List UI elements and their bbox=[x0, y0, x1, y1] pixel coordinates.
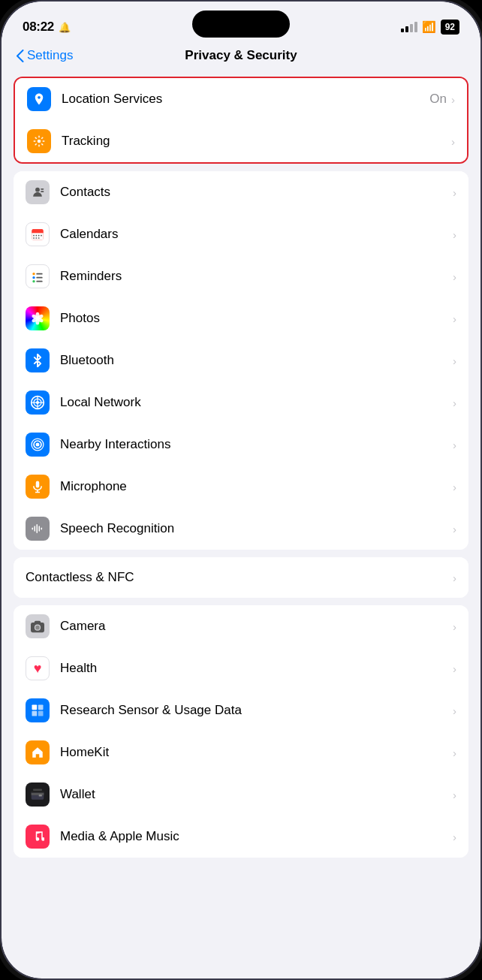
media-section: Camera › ♥ Health › bbox=[14, 605, 468, 858]
speech-recognition-icon bbox=[26, 517, 50, 541]
svg-rect-47 bbox=[32, 705, 38, 710]
media-apple-music-item[interactable]: Media & Apple Music › bbox=[14, 816, 468, 858]
location-services-item[interactable]: Location Services On › bbox=[15, 78, 467, 120]
chevron-icon: › bbox=[453, 571, 456, 584]
photos-icon bbox=[26, 306, 50, 330]
speech-recognition-item[interactable]: Speech Recognition › bbox=[14, 508, 468, 550]
bluetooth-item[interactable]: Bluetooth › bbox=[14, 339, 468, 381]
tracking-icon bbox=[27, 129, 51, 153]
nearby-interactions-item[interactable]: Nearby Interactions › bbox=[14, 424, 468, 466]
svg-rect-48 bbox=[38, 705, 44, 710]
contacts-label: Contacts bbox=[60, 185, 453, 200]
bluetooth-icon bbox=[26, 348, 50, 372]
svg-rect-6 bbox=[32, 232, 44, 234]
location-services-label: Location Services bbox=[62, 92, 429, 107]
bluetooth-label: Bluetooth bbox=[60, 353, 453, 368]
homekit-item[interactable]: HomeKit › bbox=[14, 731, 468, 773]
health-item[interactable]: ♥ Health › bbox=[14, 647, 468, 689]
permissions-section: Contacts › bbox=[14, 171, 468, 550]
svg-rect-14 bbox=[38, 237, 40, 239]
local-network-item[interactable]: Local Network › bbox=[14, 381, 468, 424]
svg-point-19 bbox=[32, 280, 35, 282]
svg-rect-53 bbox=[39, 795, 42, 797]
location-services-icon bbox=[27, 87, 51, 111]
nearby-interactions-icon bbox=[26, 433, 50, 457]
svg-rect-40 bbox=[37, 524, 38, 533]
svg-rect-13 bbox=[36, 237, 38, 239]
location-services-value: On bbox=[429, 92, 447, 107]
microphone-label: Microphone bbox=[60, 479, 453, 494]
wallet-icon bbox=[26, 782, 50, 807]
chevron-icon: › bbox=[451, 135, 455, 148]
svg-point-32 bbox=[36, 443, 40, 447]
svg-rect-46 bbox=[35, 621, 41, 623]
svg-rect-11 bbox=[41, 235, 42, 237]
location-section: Location Services On › Tracking › bbox=[14, 77, 468, 164]
wallet-label: Wallet bbox=[60, 787, 453, 802]
bell-icon: 🔔 bbox=[59, 22, 71, 33]
homekit-label: HomeKit bbox=[60, 745, 453, 760]
contactless-nfc-item[interactable]: Contactless & NFC › bbox=[14, 557, 468, 598]
reminders-item[interactable]: Reminders › bbox=[14, 255, 468, 297]
chevron-icon: › bbox=[453, 831, 456, 843]
health-label: Health bbox=[60, 661, 453, 676]
media-apple-music-label: Media & Apple Music bbox=[60, 829, 453, 844]
battery-indicator: 92 bbox=[441, 20, 459, 35]
contacts-item[interactable]: Contacts › bbox=[14, 171, 468, 213]
battery-level: 92 bbox=[445, 22, 455, 32]
chevron-icon: › bbox=[453, 789, 456, 801]
svg-rect-39 bbox=[35, 526, 36, 532]
contacts-icon bbox=[26, 180, 50, 204]
health-icon: ♥ bbox=[26, 656, 50, 680]
microphone-item[interactable]: Microphone › bbox=[14, 466, 468, 508]
back-label: Settings bbox=[27, 48, 73, 63]
svg-rect-12 bbox=[33, 237, 35, 239]
local-network-icon bbox=[26, 390, 50, 415]
chevron-icon: › bbox=[453, 523, 456, 535]
microphone-icon bbox=[26, 475, 50, 499]
svg-rect-16 bbox=[36, 273, 42, 275]
svg-rect-52 bbox=[32, 793, 44, 795]
chevron-icon: › bbox=[453, 704, 456, 717]
chevron-icon: › bbox=[453, 397, 456, 409]
svg-rect-18 bbox=[36, 277, 42, 279]
chevron-icon: › bbox=[453, 312, 456, 325]
local-network-label: Local Network bbox=[60, 395, 453, 410]
research-sensor-label: Research Sensor & Usage Data bbox=[60, 703, 453, 718]
chevron-icon: › bbox=[453, 439, 456, 451]
calendars-item[interactable]: Calendars › bbox=[14, 213, 468, 255]
nfc-section: Contactless & NFC › bbox=[14, 557, 468, 598]
svg-rect-41 bbox=[39, 526, 41, 532]
svg-rect-35 bbox=[36, 481, 40, 488]
research-sensor-item[interactable]: Research Sensor & Usage Data › bbox=[14, 689, 468, 731]
photos-label: Photos bbox=[60, 311, 453, 326]
phone-screen: 08:22 🔔 📶 92 bbox=[2, 2, 480, 978]
svg-rect-20 bbox=[36, 281, 42, 282]
svg-point-17 bbox=[32, 276, 35, 279]
svg-rect-8 bbox=[33, 235, 35, 237]
contactless-nfc-label: Contactless & NFC bbox=[26, 570, 453, 585]
svg-point-1 bbox=[35, 188, 40, 192]
status-time: 08:22 bbox=[23, 20, 54, 35]
chevron-icon: › bbox=[451, 93, 455, 106]
camera-icon bbox=[26, 614, 50, 638]
calendars-label: Calendars bbox=[60, 227, 453, 242]
tracking-item[interactable]: Tracking › bbox=[15, 120, 467, 162]
homekit-icon bbox=[26, 740, 50, 764]
chevron-icon: › bbox=[453, 228, 456, 241]
back-button[interactable]: Settings bbox=[17, 48, 73, 63]
svg-rect-7 bbox=[32, 233, 44, 240]
reminders-label: Reminders bbox=[60, 269, 453, 284]
svg-rect-10 bbox=[38, 235, 40, 237]
photos-item[interactable]: Photos › bbox=[14, 297, 468, 339]
wallet-item[interactable]: Wallet › bbox=[14, 773, 468, 816]
chevron-icon: › bbox=[453, 662, 456, 675]
svg-point-15 bbox=[32, 273, 35, 275]
calendars-icon bbox=[26, 222, 50, 246]
page-title: Privacy & Security bbox=[185, 48, 297, 63]
svg-rect-2 bbox=[41, 188, 44, 190]
chevron-icon: › bbox=[453, 746, 456, 759]
svg-rect-50 bbox=[38, 711, 44, 716]
camera-item[interactable]: Camera › bbox=[14, 605, 468, 647]
nearby-interactions-label: Nearby Interactions bbox=[60, 437, 453, 452]
